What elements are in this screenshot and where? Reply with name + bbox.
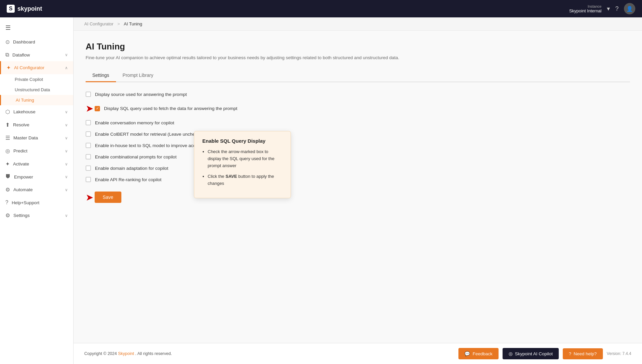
chevron-icon-automate: ∨ [65, 188, 68, 192]
page-title: AI Tuning [86, 41, 630, 52]
chevron-icon-resolve: ∨ [65, 123, 68, 127]
save-button-row: ➤ Save [86, 192, 630, 203]
content-area: AI Configurator > AI Tuning AI Tuning Fi… [74, 17, 642, 364]
tooltip-title: Enable SQL Query Display [202, 138, 283, 144]
tooltip-point-2-prefix: Click the [208, 174, 225, 179]
checkbox-label-conversation-memory: Enable conversation memory for copilot [95, 120, 174, 125]
copilot-label: Skypoint AI Copilot [515, 351, 553, 356]
sidebar-sub-private-copilot[interactable]: Private Copilot [0, 74, 73, 85]
tooltip-list: Check the arrow-marked box to display th… [202, 148, 283, 187]
chevron-down-icon[interactable]: ▾ [607, 5, 610, 12]
sidebar-label-resolve: Resolve [13, 122, 29, 127]
app-name: skypoint [17, 5, 42, 12]
instance-name: Skypoint Internal [569, 8, 602, 13]
sidebar-item-resolve[interactable]: ⬆ Resolve ∨ [0, 118, 73, 131]
instance-info: Instance Skypoint Internal [569, 4, 602, 13]
footer-right: 💬 Feedback ◎ Skypoint AI Copilot ? Need … [458, 348, 631, 359]
checkbox-domain[interactable] [86, 165, 91, 171]
footer: Copyright © 2024 Skypoint . All rights r… [74, 343, 642, 364]
sidebar-sub-ai-tuning[interactable]: AI Tuning [0, 95, 73, 105]
breadcrumb: AI Configurator > AI Tuning [74, 17, 642, 31]
help-support-icon: ? [5, 200, 8, 206]
save-button[interactable]: Save [95, 192, 121, 203]
help-icon[interactable]: ? [615, 5, 619, 12]
copyright-text: Copyright © 2024 [84, 351, 117, 356]
sidebar-label-settings: Settings [13, 213, 30, 218]
checkbox-row-display-source: Display source used for answering the pr… [86, 92, 630, 97]
sidebar-sub-unstructured-data[interactable]: Unstructured Data [0, 85, 73, 95]
sidebar-item-empower[interactable]: ⛊ Empower ∨ [0, 170, 73, 183]
checkbox-conversation-memory[interactable] [86, 120, 91, 125]
tab-settings[interactable]: Settings [86, 69, 116, 82]
breadcrumb-parent[interactable]: AI Configurator [84, 21, 113, 26]
activate-icon: ✦ [5, 161, 10, 167]
needhelp-button[interactable]: ? Need help? [563, 348, 603, 359]
feedback-button[interactable]: 💬 Feedback [458, 348, 498, 359]
sidebar-label-empower: Empower [14, 174, 33, 179]
sidebar-label-private-copilot: Private Copilot [15, 77, 43, 82]
checkbox-api[interactable] [86, 177, 91, 182]
logo-s-letter: S [7, 5, 15, 13]
sidebar-label-activate: Activate [13, 161, 29, 166]
chevron-icon-empower: ∨ [65, 174, 68, 179]
sidebar: ☰ ⊙ Dashboard ⧉ Dataflow ∨ ✦ AI Configur… [0, 17, 74, 364]
master-data-icon: ☰ [5, 135, 10, 141]
checkbox-in-house[interactable] [86, 143, 91, 148]
copilot-icon: ◎ [509, 351, 513, 356]
checkbox-display-source[interactable] [86, 92, 91, 97]
tab-prompt-library[interactable]: Prompt Library [116, 69, 160, 82]
settings-icon: ⚙ [5, 212, 10, 219]
sidebar-hamburger[interactable]: ☰ [0, 20, 73, 35]
red-arrow-sql: ➤ [86, 103, 93, 114]
sidebar-label-automate: Automate [13, 187, 33, 192]
sidebar-label-ai-tuning: AI Tuning [16, 98, 34, 103]
logo[interactable]: S skypoint [7, 5, 42, 13]
checkbox-label-domain: Enable domain adaptation for copilot [95, 166, 168, 171]
sidebar-item-lakehouse[interactable]: ⬡ Lakehouse ∨ [0, 105, 73, 118]
page-content: AI Tuning Fine-tune your AI companion to… [74, 31, 642, 343]
chevron-icon-md: ∨ [65, 136, 68, 140]
sidebar-item-master-data[interactable]: ☰ Master Data ∨ [0, 131, 73, 144]
checkbox-row-display-sql: ➤ ✓ Display SQL query used to fetch the … [86, 103, 630, 114]
chevron-icon-predict: ∨ [65, 149, 68, 153]
tooltip-point-1-text: Check the arrow-marked box to display th… [208, 149, 275, 168]
feedback-label: Feedback [472, 351, 492, 356]
resolve-icon: ⬆ [5, 122, 10, 128]
sidebar-label-master-data: Master Data [13, 135, 38, 140]
tooltip-point-2-bold: SAVE [225, 174, 237, 179]
sidebar-item-ai-configurator[interactable]: ✦ AI Configurator ∧ [0, 61, 73, 74]
tooltip-point-2: Click the SAVE button to apply the chang… [208, 173, 283, 187]
main-layout: ☰ ⊙ Dashboard ⧉ Dataflow ∨ ✦ AI Configur… [0, 17, 642, 364]
tooltip-point-1: Check the arrow-marked box to display th… [208, 148, 283, 169]
ai-configurator-icon: ✦ [6, 65, 11, 71]
checkbox-label-display-sql: Display SQL query used to fetch the data… [104, 106, 237, 111]
footer-brand-link[interactable]: Skypoint [118, 351, 134, 356]
footer-copyright: Copyright © 2024 Skypoint . All rights r… [84, 351, 172, 356]
page-subtitle: Fine-tune your AI companion to achieve o… [86, 54, 630, 61]
topbar-right: Instance Skypoint Internal ▾ ? 👤 [569, 3, 635, 14]
empower-icon: ⛊ [5, 174, 11, 180]
needhelp-icon: ? [569, 351, 571, 356]
checkbox-row-combinational: Enable combinational prompts for copilot [86, 154, 630, 159]
sidebar-item-automate[interactable]: ⚙ Automate ∨ [0, 183, 73, 196]
sidebar-item-activate[interactable]: ✦ Activate ∨ [0, 157, 73, 170]
checkbox-row-domain: Enable domain adaptation for copilot [86, 165, 630, 171]
sidebar-item-predict[interactable]: ◎ Predict ∨ [0, 144, 73, 157]
checkbox-combinational[interactable] [86, 154, 91, 159]
predict-icon: ◎ [5, 148, 10, 154]
checkbox-display-sql[interactable]: ✓ [95, 106, 100, 111]
lakehouse-icon: ⬡ [5, 109, 10, 115]
dataflow-icon: ⧉ [5, 52, 9, 58]
chevron-icon-ai: ∧ [65, 66, 68, 70]
topbar-left: S skypoint [7, 5, 42, 13]
sidebar-item-dataflow[interactable]: ⧉ Dataflow ∨ [0, 48, 73, 61]
sidebar-label-predict: Predict [13, 148, 27, 153]
automate-icon: ⚙ [5, 187, 10, 193]
sidebar-item-settings[interactable]: ⚙ Settings ∨ [0, 209, 73, 222]
sidebar-item-help-support[interactable]: ? Help+Support [0, 196, 73, 209]
checkbox-colbert[interactable] [86, 131, 91, 137]
needhelp-label: Need help? [574, 351, 597, 356]
copilot-button[interactable]: ◎ Skypoint AI Copilot [503, 348, 559, 359]
avatar[interactable]: 👤 [624, 3, 635, 14]
sidebar-item-dashboard[interactable]: ⊙ Dashboard [0, 35, 73, 48]
